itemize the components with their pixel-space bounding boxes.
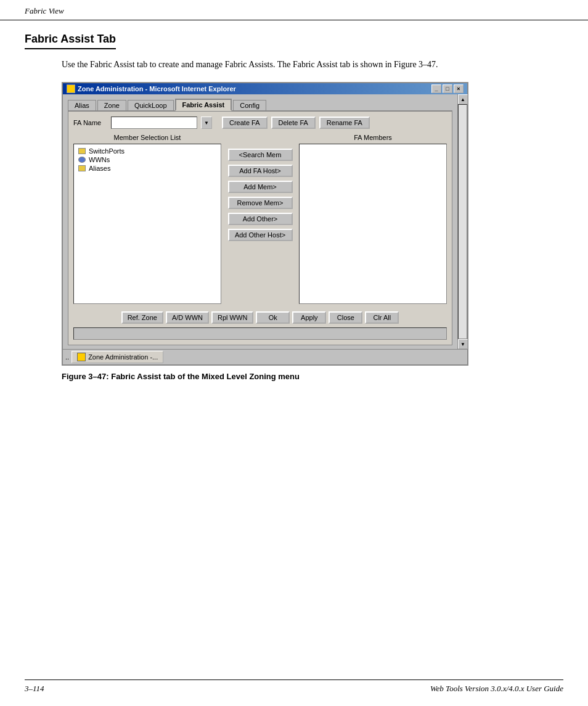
tab-config[interactable]: Config (233, 100, 266, 110)
member-selection-label: Member Selection List (73, 134, 221, 141)
window-title: Zone Administration - Microsoft Internet… (78, 85, 236, 92)
rename-fa-button[interactable]: Rename FA (319, 117, 370, 129)
window-body-wrapper: Alias Zone QuickLoop Fabric Assist Confi… (63, 94, 467, 349)
main-content: Fabric Assist Tab Use the Fabric Assist … (0, 20, 588, 418)
folder-icon-switchports (78, 148, 86, 155)
fa-action-buttons: Create FA Delete FA Rename FA (222, 117, 370, 129)
scroll-track[interactable] (458, 104, 467, 339)
ref-zone-button[interactable]: Ref. Zone (121, 311, 163, 324)
taskbar-item[interactable]: Zone Administration -... (71, 351, 163, 363)
scrollbar[interactable]: ▲ ▼ (457, 94, 467, 349)
fa-members-box[interactable] (299, 144, 447, 304)
footer-page-number: 3–114 (25, 684, 44, 694)
figure-caption: Figure 3–47: Fabric Assist tab of the Mi… (62, 372, 563, 381)
wwns-label: WWNs (89, 156, 110, 163)
add-mem-button[interactable]: Add Mem> (228, 181, 293, 193)
folder-blue-icon (78, 157, 86, 163)
section-body: Use the Fabric Assist tab to create and … (25, 58, 563, 381)
apply-button[interactable]: Apply (292, 311, 326, 324)
ok-button[interactable]: Ok (256, 311, 290, 324)
tab-alias[interactable]: Alias (68, 100, 96, 110)
tabs-row: Alias Zone QuickLoop Fabric Assist Confi… (68, 98, 452, 112)
fa-members-list: FA Members (299, 134, 447, 304)
search-mem-button[interactable]: <Search Mem (228, 149, 293, 161)
switchports-label: SwitchPorts (89, 147, 125, 155)
lists-area: Member Selection List SwitchPorts (73, 134, 447, 304)
folder-icon-aliases (78, 165, 86, 172)
list-item-switchports[interactable]: SwitchPorts (76, 147, 218, 155)
window-controls[interactable]: _ □ × (431, 84, 463, 93)
bottom-buttons: Ref. Zone A/D WWN Rpl WWN Ok Apply Close… (73, 309, 447, 325)
member-selection-box[interactable]: SwitchPorts WWNs (73, 144, 221, 304)
page-header: Fabric View (0, 0, 588, 20)
close-button-bottom[interactable]: Close (329, 311, 362, 324)
fa-members-label: FA Members (299, 134, 447, 141)
add-other-button[interactable]: Add Other> (228, 213, 293, 225)
delete-fa-button[interactable]: Delete FA (271, 117, 316, 129)
tab-quickloop[interactable]: QuickLoop (128, 100, 174, 110)
list-item-wwns[interactable]: WWNs (76, 155, 218, 164)
taskbar-icon (77, 353, 86, 361)
tab-content: FA Name ▼ Create FA Delete FA Rename FA (68, 112, 452, 345)
middle-buttons: <Search Mem Add FA Host> Add Mem> Remove… (226, 134, 294, 304)
taskbar: .. Zone Administration -... (63, 349, 467, 364)
fa-name-dropdown[interactable]: ▼ (201, 117, 212, 129)
taskbar-dots: .. (65, 353, 69, 361)
page-footer: 3–114 Web Tools Version 3.0.x/4.0.x User… (25, 679, 563, 694)
ad-wwn-button[interactable]: A/D WWN (166, 311, 209, 324)
remove-mem-button[interactable]: Remove Mem> (228, 197, 293, 209)
rpl-wwn-button[interactable]: Rpl WWN (211, 311, 253, 324)
folder-yellow-icon (78, 148, 86, 154)
close-button[interactable]: × (454, 84, 463, 93)
aliases-label: Aliases (89, 165, 110, 172)
add-other-host-button[interactable]: Add Other Host> (228, 229, 293, 241)
description-text: Use the Fabric Assist tab to create and … (62, 58, 563, 71)
create-fa-button[interactable]: Create FA (222, 117, 267, 129)
fa-name-label: FA Name (73, 119, 107, 126)
tab-fabric-assist[interactable]: Fabric Assist (175, 99, 232, 111)
minimize-button[interactable]: _ (431, 84, 441, 93)
clr-all-button[interactable]: Clr All (365, 311, 399, 324)
member-selection-list: Member Selection List SwitchPorts (73, 134, 221, 304)
status-bar (73, 327, 447, 340)
window-titlebar: Zone Administration - Microsoft Internet… (63, 83, 467, 94)
tab-zone[interactable]: Zone (97, 100, 126, 110)
folder-icon-wwns (78, 157, 86, 163)
fa-name-row: FA Name ▼ Create FA Delete FA Rename FA (73, 117, 447, 129)
fa-name-input[interactable] (111, 117, 197, 129)
scroll-down-button[interactable]: ▼ (458, 339, 468, 349)
maximize-button[interactable]: □ (443, 84, 452, 93)
screenshot-container: Zone Administration - Microsoft Internet… (62, 82, 468, 366)
titlebar-title: Zone Administration - Microsoft Internet… (67, 84, 236, 93)
section-title: Fabric Assist Tab (25, 33, 116, 49)
window-icon (67, 84, 75, 93)
footer-guide-title: Web Tools Version 3.0.x/4.0.x User Guide (430, 684, 563, 694)
add-fa-host-button[interactable]: Add FA Host> (228, 165, 293, 177)
window-body: Alias Zone QuickLoop Fabric Assist Confi… (63, 94, 457, 349)
taskbar-item-label: Zone Administration -... (88, 353, 158, 361)
header-text: Fabric View (25, 6, 64, 15)
list-item-aliases[interactable]: Aliases (76, 164, 218, 173)
scroll-up-button[interactable]: ▲ (458, 94, 468, 104)
folder-yellow-icon-2 (78, 165, 86, 171)
